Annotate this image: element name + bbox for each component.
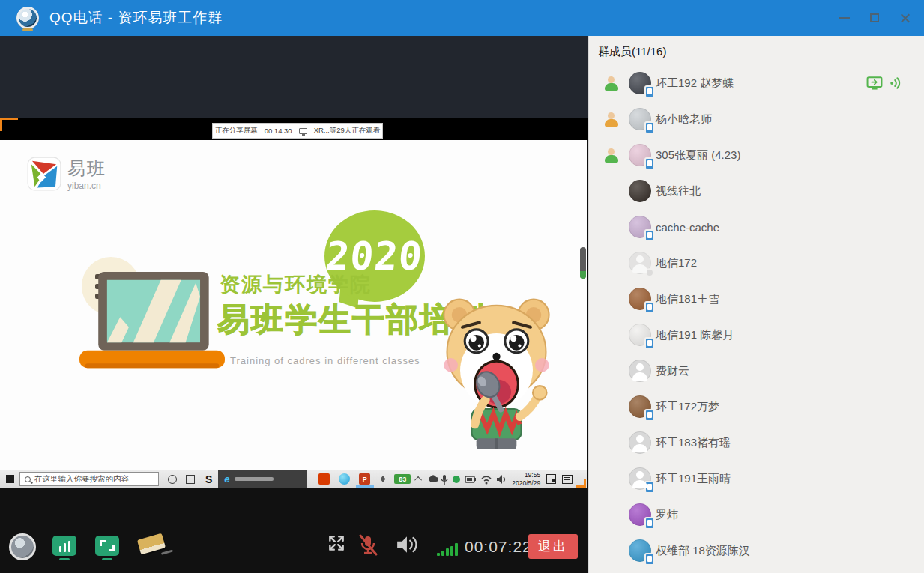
share-region-corner-bottom-right (576, 479, 586, 488)
screen-share-icon (866, 76, 883, 90)
search-placeholder: 在这里输入你要搜索的内容 (34, 474, 129, 485)
member-row[interactable]: 杨小晗老师 (589, 101, 924, 137)
speaking-icon (890, 76, 903, 90)
college-name: 资源与环境学院 (220, 271, 372, 298)
mobile-badge-icon (644, 85, 655, 98)
member-row[interactable]: 费财云 (589, 353, 924, 389)
members-header: 群成员(11/16) (589, 36, 924, 59)
member-name: 环工191王雨晴 (656, 472, 731, 486)
maximize-icon (870, 13, 879, 22)
speaker-button[interactable] (396, 533, 420, 556)
cortana-icon (168, 475, 177, 484)
presence-indicator-icon (604, 148, 619, 163)
task-view-icon (186, 475, 195, 484)
eraser-button[interactable] (137, 533, 166, 555)
region-corner-icon (109, 545, 115, 551)
powerpoint-taskbar-item: P (354, 470, 375, 488)
camera-button[interactable] (9, 533, 36, 560)
member-avatar (629, 108, 651, 130)
window-controls (833, 0, 917, 36)
sharing-status-bar: 正在分享屏幕 00:14:30 XR...等29人正在观看 (212, 123, 383, 139)
app-title-bar (235, 477, 274, 481)
video-scrollbar-thumb (580, 247, 586, 279)
taskbar-time: 19:55 (525, 471, 540, 479)
tray-chevron-icon (414, 476, 422, 484)
member-name: 地信172 (656, 256, 697, 270)
member-row[interactable]: cache-cache (589, 209, 924, 245)
fullscreen-button[interactable] (327, 533, 346, 553)
search-icon (25, 476, 31, 482)
mic-tray-icon (441, 475, 447, 485)
volume-icon (497, 475, 504, 484)
member-row[interactable]: 地信172 (589, 245, 924, 281)
battery-icon (465, 476, 476, 482)
member-name: 地信181王雪 (656, 292, 719, 306)
mobile-badge-icon (644, 409, 655, 422)
member-row[interactable]: 环工192 赵梦蝶 (589, 65, 924, 101)
member-avatar (629, 72, 651, 94)
webcam-icon (16, 7, 39, 29)
taskbar-date: 2020/5/29 (512, 479, 540, 488)
mobile-badge-icon (644, 517, 655, 530)
member-row[interactable]: 视线往北 (589, 173, 924, 209)
shared-screen-video: 正在分享屏幕 00:14:30 XR...等29人正在观看 易班 yiban.c… (0, 36, 588, 573)
member-avatar (629, 431, 651, 454)
member-row[interactable]: 305张夏丽 (4.23) (589, 137, 924, 173)
member-row[interactable]: 地信191 陈馨月 (589, 317, 924, 353)
member-avatar (629, 144, 651, 166)
member-name: 地信191 陈馨月 (656, 328, 734, 342)
presence-indicator-icon (604, 76, 619, 91)
member-row[interactable]: 罗炜 (589, 497, 924, 533)
bear-mascot (435, 291, 558, 450)
tray-number-badge: 83 (394, 474, 411, 484)
video-top-strip (0, 36, 588, 118)
member-avatar (629, 539, 651, 562)
edge-browser-icon: e (224, 473, 229, 485)
member-row[interactable]: 环工172万梦 (589, 389, 924, 425)
window-title: QQ电话 - 资环易班工作群 (49, 8, 223, 28)
cloud-icon (429, 475, 439, 482)
minimize-button[interactable] (833, 6, 857, 30)
viewers-monitor-icon (299, 128, 307, 134)
screen-demo-button[interactable] (52, 536, 76, 556)
member-name: 环工172万梦 (656, 400, 719, 414)
yiban-logo: 易班 yiban.cn (27, 157, 106, 191)
member-row[interactable]: 环工191王雨晴 (589, 461, 924, 497)
close-button[interactable] (893, 6, 917, 30)
member-row[interactable]: 权维部 18资源陈汉 (589, 533, 924, 569)
member-name: 环工192 赵梦蝶 (656, 76, 734, 91)
member-avatar (629, 216, 651, 238)
taskbar-search-input: 在这里输入你要搜索的内容 (19, 472, 159, 486)
yiban-logo-text: 易班 yiban.cn (67, 157, 106, 191)
call-toolbar: 00:07:22 退出 (0, 530, 588, 573)
exit-call-button[interactable]: 退出 (528, 534, 578, 559)
mobile-badge-icon (644, 481, 655, 494)
yiban-logo-title: 易班 (67, 157, 106, 181)
members-panel: 群成员(11/16) 环工192 赵梦蝶 杨小晗老师 (588, 36, 924, 573)
start-button-icon (0, 470, 19, 488)
member-row[interactable]: 环工183褚有瑶 (589, 425, 924, 461)
teal-app-icon (339, 473, 350, 485)
maximize-button[interactable] (863, 6, 887, 30)
system-tray-icons (428, 473, 506, 485)
member-row[interactable]: 地信181王雪 (589, 281, 924, 317)
share-region-button[interactable] (95, 536, 119, 556)
mobile-badge-icon (644, 553, 655, 566)
mobile-badge-icon (644, 121, 655, 134)
titlebar: QQ电话 - 资环易班工作群 (0, 0, 924, 36)
member-name: 权维部 18资源陈汉 (656, 544, 750, 558)
mobile-badge-icon (644, 157, 655, 170)
presentation-slide: 易班 yiban.cn (0, 140, 587, 470)
office-app-icon (318, 473, 330, 485)
call-timer: 00:07:22 (465, 538, 532, 556)
qq-call-window: QQ电话 - 资环易班工作群 正在分享屏幕 00:14:30 XR...等29人… (0, 0, 924, 573)
mobile-badge-icon (644, 337, 655, 350)
mobile-badge-icon (644, 229, 655, 242)
minimize-icon (839, 17, 850, 19)
region-corner-icon (100, 540, 106, 546)
member-avatar (629, 467, 651, 490)
mobile-badge-icon (645, 268, 654, 277)
member-avatar (629, 180, 651, 202)
microphone-muted-button[interactable] (357, 533, 379, 557)
member-avatar (629, 252, 651, 274)
